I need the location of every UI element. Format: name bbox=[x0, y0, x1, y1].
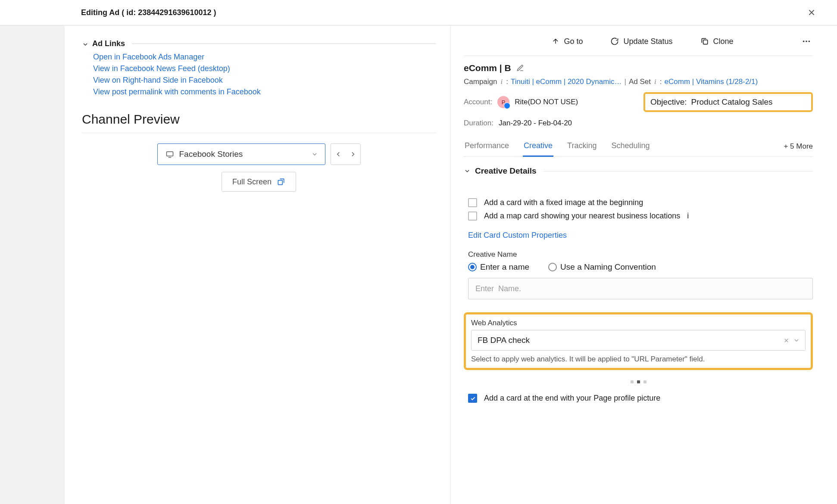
radio-icon bbox=[468, 263, 477, 271]
info-icon[interactable]: i bbox=[653, 78, 657, 86]
tab-tracking[interactable]: Tracking bbox=[566, 136, 597, 157]
refresh-icon bbox=[610, 37, 619, 46]
modal-header: Editing Ad ( id: 23844291639610012 ) bbox=[0, 0, 837, 25]
creative-details-header[interactable]: Creative Details bbox=[464, 166, 813, 176]
radio-enter-name[interactable]: Enter a name bbox=[468, 262, 529, 272]
card-end-checkbox-row[interactable]: Add a card at the end with your Page pro… bbox=[468, 394, 813, 403]
left-panel: Ad Links Open in Facebook Ads Manager Vi… bbox=[65, 25, 451, 504]
goto-button[interactable]: Go to bbox=[552, 37, 583, 46]
fullscreen-button[interactable]: Full Screen bbox=[222, 172, 296, 192]
duration-value: Jan-29-20 - Feb-04-20 bbox=[499, 119, 572, 128]
checkbox-icon bbox=[468, 198, 477, 207]
edit-name-button[interactable] bbox=[516, 64, 524, 72]
svg-point-3 bbox=[803, 40, 805, 42]
tab-scheduling[interactable]: Scheduling bbox=[610, 136, 650, 157]
creative-name-input[interactable] bbox=[468, 278, 813, 299]
clone-icon bbox=[700, 37, 709, 46]
chevron-down-icon bbox=[311, 151, 318, 158]
ad-links-title: Ad Links bbox=[92, 39, 125, 48]
web-analytics-highlight: Web Analytics FB DPA check Select to app… bbox=[464, 312, 813, 370]
placement-nav bbox=[331, 143, 361, 165]
prev-placement-button[interactable] bbox=[331, 144, 346, 165]
radio-icon bbox=[548, 263, 557, 271]
campaign-link[interactable]: Tinuiti | eComm | 2020 Dynamic… bbox=[511, 78, 622, 86]
account-avatar: P bbox=[497, 96, 509, 108]
creative-name-label: Creative Name bbox=[468, 250, 813, 259]
clone-button[interactable]: Clone bbox=[700, 37, 734, 46]
breadcrumb: Campaign i: Tinuiti | eComm | 2020 Dynam… bbox=[464, 78, 813, 86]
svg-rect-1 bbox=[278, 180, 282, 185]
expand-icon bbox=[277, 177, 285, 186]
adset-link[interactable]: eComm | Vitamins (1/28-2/1) bbox=[665, 78, 758, 86]
card-map-checkbox-row[interactable]: Add a map card showing your nearest busi… bbox=[468, 212, 813, 221]
device-icon bbox=[165, 150, 175, 159]
chevron-down-icon bbox=[464, 168, 471, 174]
tab-creative[interactable]: Creative bbox=[523, 136, 553, 157]
entity-name: eComm | B bbox=[464, 63, 511, 73]
link-view-right-hand-side[interactable]: View on Right-hand Side in Facebook bbox=[93, 76, 436, 85]
close-icon[interactable] bbox=[805, 6, 818, 19]
web-analytics-select[interactable]: FB DPA check bbox=[471, 330, 806, 351]
svg-rect-0 bbox=[166, 152, 173, 156]
placement-select-value: Facebook Stories bbox=[179, 149, 307, 159]
placement-select[interactable]: Facebook Stories bbox=[157, 143, 325, 165]
update-status-button[interactable]: Update Status bbox=[610, 37, 672, 46]
account-meta: Account: P Rite(DO NOT USE) bbox=[464, 92, 633, 112]
carousel-indicator bbox=[464, 380, 813, 383]
tab-performance[interactable]: Performance bbox=[464, 136, 510, 157]
channel-preview-heading: Channel Preview bbox=[82, 112, 436, 127]
objective-highlight: Objective: Product Catalog Sales bbox=[643, 92, 813, 112]
info-icon[interactable]: i bbox=[500, 78, 504, 86]
link-view-post-permalink[interactable]: View post permalink with comments in Fac… bbox=[93, 87, 436, 96]
web-analytics-label: Web Analytics bbox=[471, 319, 806, 327]
chevron-down-icon bbox=[82, 41, 88, 47]
svg-point-5 bbox=[809, 40, 810, 42]
svg-rect-2 bbox=[703, 40, 707, 44]
edit-card-properties-link[interactable]: Edit Card Custom Properties bbox=[468, 231, 567, 240]
clear-icon[interactable] bbox=[783, 337, 790, 344]
ad-links-list: Open in Facebook Ads Manager View in Fac… bbox=[82, 53, 436, 96]
checkbox-icon bbox=[468, 212, 477, 221]
fullscreen-label: Full Screen bbox=[232, 177, 272, 187]
link-open-fb-ads-manager[interactable]: Open in Facebook Ads Manager bbox=[93, 53, 436, 62]
web-analytics-hint: Select to apply web analytics. It will b… bbox=[471, 355, 806, 364]
tabs-more[interactable]: + 5 More bbox=[784, 142, 813, 151]
link-view-news-feed[interactable]: View in Facebook News Feed (desktop) bbox=[93, 64, 436, 73]
more-actions-button[interactable] bbox=[800, 35, 813, 48]
right-panel: Go to Update Status Clone e bbox=[451, 25, 837, 504]
card-fixed-checkbox-row[interactable]: Add a card with a fixed image at the beg… bbox=[468, 198, 813, 207]
ad-links-header[interactable]: Ad Links bbox=[82, 39, 436, 48]
checkbox-checked-icon bbox=[468, 394, 477, 403]
duration-meta: Duration: Jan-29-20 - Feb-04-20 bbox=[464, 119, 813, 128]
chevron-down-icon bbox=[793, 337, 800, 344]
tabs: Performance Creative Tracking Scheduling… bbox=[464, 136, 813, 157]
adset-label: Ad Set bbox=[629, 78, 651, 86]
objective-value: Product Catalog Sales bbox=[691, 97, 772, 107]
info-icon[interactable]: i bbox=[687, 212, 689, 221]
campaign-label: Campaign bbox=[464, 78, 497, 86]
svg-point-4 bbox=[806, 40, 807, 42]
radio-naming-convention[interactable]: Use a Naming Convention bbox=[548, 262, 656, 272]
next-placement-button[interactable] bbox=[346, 144, 360, 165]
modal-title: Editing Ad ( id: 23844291639610012 ) bbox=[81, 8, 216, 17]
account-value: Rite(DO NOT USE) bbox=[515, 98, 578, 106]
arrow-up-icon bbox=[552, 37, 559, 45]
web-analytics-value: FB DPA check bbox=[478, 336, 780, 345]
